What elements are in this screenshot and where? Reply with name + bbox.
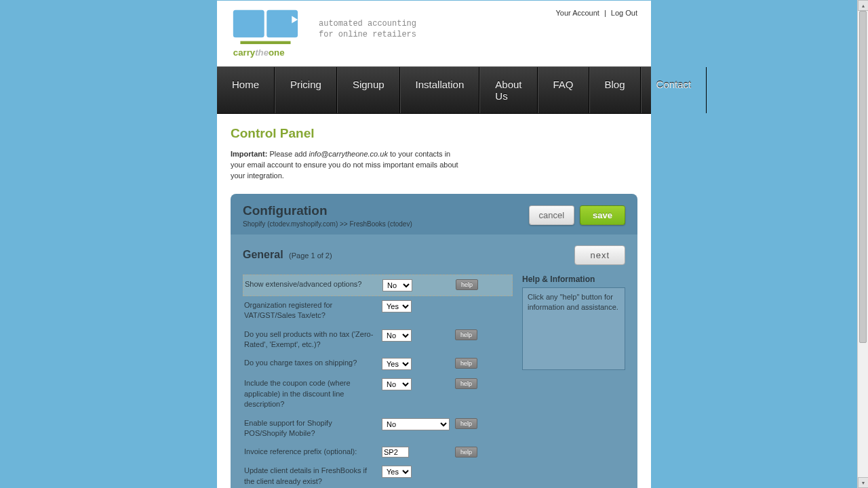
help-button-5[interactable]: help bbox=[455, 418, 477, 429]
row-select-1[interactable]: Yes bbox=[382, 300, 412, 312]
row-select-4[interactable]: No bbox=[382, 378, 412, 390]
row-select-7[interactable]: Yes bbox=[382, 466, 412, 478]
row-label: Include the coupon code (where applicabl… bbox=[244, 378, 376, 409]
row-label: Show extensive/advanced options? bbox=[245, 279, 377, 289]
config-row-5: Enable support for Shopify POS/Shopify M… bbox=[243, 414, 513, 443]
config-row-7: Update client details in FreshBooks if t… bbox=[243, 462, 513, 488]
row-label: Organization registered for VAT/GST/Sale… bbox=[244, 300, 376, 321]
help-button-0[interactable]: help bbox=[456, 279, 478, 290]
config-row-6: Invoice reference prefix (optional):help bbox=[243, 443, 513, 462]
nav-signup[interactable]: Signup bbox=[337, 67, 400, 113]
row-label: Enable support for Shopify POS/Shopify M… bbox=[244, 418, 376, 439]
scroll-up-button[interactable]: ▴ bbox=[858, 0, 868, 11]
svg-rect-1 bbox=[267, 10, 298, 38]
row-select-3[interactable]: Yes bbox=[382, 358, 412, 370]
scroll-down-button[interactable]: ▾ bbox=[858, 477, 868, 488]
row-label: Do you sell products with no tax ('Zero-… bbox=[244, 329, 376, 350]
help-button-4[interactable]: help bbox=[455, 378, 477, 389]
tagline: automated accounting for online retailer… bbox=[319, 18, 416, 40]
row-input-6[interactable] bbox=[382, 447, 409, 458]
row-label: Do you charge taxes on shipping? bbox=[244, 358, 376, 368]
your-account-link[interactable]: Your Account bbox=[555, 9, 599, 17]
account-links: Your Account | Log Out bbox=[555, 9, 637, 17]
svg-text:carrytheone: carrytheone bbox=[233, 47, 285, 58]
page-title: Control Panel bbox=[231, 126, 637, 141]
vertical-scrollbar[interactable]: ▴ ▾ bbox=[857, 0, 868, 488]
row-select-0[interactable]: No bbox=[382, 279, 412, 291]
config-row-2: Do you sell products with no tax ('Zero-… bbox=[243, 325, 513, 354]
help-info-box: Click any "help" button for information … bbox=[522, 287, 625, 370]
row-label: Invoice reference prefix (optional): bbox=[244, 447, 376, 457]
config-row-3: Do you charge taxes on shipping?Yeshelp bbox=[243, 354, 513, 374]
nav-faq[interactable]: FAQ bbox=[538, 67, 589, 113]
scroll-thumb[interactable] bbox=[859, 11, 867, 343]
nav-home[interactable]: Home bbox=[217, 67, 275, 113]
config-title: Configuration bbox=[243, 203, 412, 218]
svg-rect-2 bbox=[240, 41, 290, 44]
help-button-2[interactable]: help bbox=[455, 329, 477, 340]
breadcrumb: Shopify (ctodev.myshopify.com) >> FreshB… bbox=[243, 220, 412, 228]
nav-contact[interactable]: Contact bbox=[641, 67, 707, 113]
config-row-1: Organization registered for VAT/GST/Sale… bbox=[243, 296, 513, 325]
help-button-6[interactable]: help bbox=[455, 447, 477, 458]
next-button[interactable]: next bbox=[574, 245, 625, 265]
config-row-4: Include the coupon code (where applicabl… bbox=[243, 374, 513, 413]
nav-installation[interactable]: Installation bbox=[400, 67, 480, 113]
row-select-2[interactable]: No bbox=[382, 329, 412, 342]
nav-blog[interactable]: Blog bbox=[589, 67, 641, 113]
important-notice: Important: Please add info@carrytheone.c… bbox=[231, 149, 461, 182]
main-nav: HomePricingSignupInstallationAbout UsFAQ… bbox=[217, 66, 651, 114]
section-title: General (Page 1 of 2) bbox=[243, 249, 332, 261]
logo-icon: carrytheone bbox=[231, 9, 305, 60]
nav-about-us[interactable]: About Us bbox=[479, 67, 537, 113]
config-row-0: Show extensive/advanced options?Nohelp bbox=[243, 274, 513, 296]
help-button-3[interactable]: help bbox=[455, 358, 477, 369]
help-info-title: Help & Information bbox=[522, 274, 625, 284]
cancel-button[interactable]: cancel bbox=[529, 205, 575, 225]
save-button[interactable]: save bbox=[580, 205, 625, 225]
row-label: Update client details in FreshBooks if t… bbox=[244, 466, 376, 487]
nav-pricing[interactable]: Pricing bbox=[275, 67, 337, 113]
logout-link[interactable]: Log Out bbox=[611, 9, 637, 17]
row-select-5[interactable]: No bbox=[382, 418, 450, 430]
svg-rect-0 bbox=[233, 10, 264, 38]
